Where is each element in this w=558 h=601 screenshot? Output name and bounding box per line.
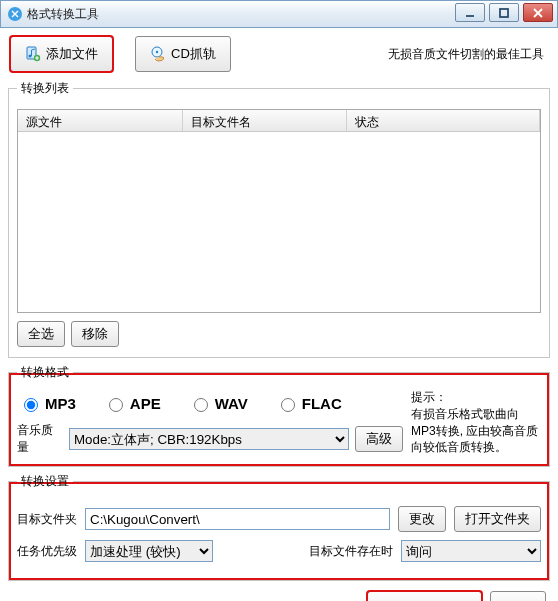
radio-ape[interactable]: APE (104, 395, 161, 412)
open-folder-button[interactable]: 打开文件夹 (454, 506, 541, 532)
cd-rip-button[interactable]: CD抓轨 (135, 36, 231, 72)
col-target[interactable]: 目标文件名 (183, 110, 347, 131)
list-header: 源文件 目标文件名 状态 (18, 110, 540, 132)
radio-wav[interactable]: WAV (189, 395, 248, 412)
slogan-text: 无损音质文件切割的最佳工具 (388, 46, 544, 63)
format-hint: 提示： 有损音乐格式歌曲向MP3转换, 应由较高音质向较低音质转换。 (411, 389, 541, 456)
add-file-label: 添加文件 (46, 45, 98, 63)
cd-rip-label: CD抓轨 (171, 45, 216, 63)
priority-label: 任务优先级 (17, 543, 77, 560)
advanced-button[interactable]: 高级 (355, 426, 403, 452)
exit-button[interactable]: 退出 (490, 591, 546, 601)
radio-ape-input[interactable] (109, 398, 123, 412)
radio-flac-input[interactable] (281, 398, 295, 412)
format-legend: 转换格式 (17, 364, 73, 381)
music-plus-icon (25, 46, 41, 62)
remove-button[interactable]: 移除 (71, 321, 119, 347)
priority-select[interactable]: 加速处理 (较快) (85, 540, 213, 562)
hint-title: 提示： (411, 389, 541, 406)
col-source[interactable]: 源文件 (18, 110, 183, 131)
convert-list-group: 转换列表 源文件 目标文件名 状态 全选 移除 (8, 80, 550, 358)
target-folder-input[interactable] (85, 508, 390, 530)
quality-select[interactable]: Mode:立体声; CBR:192Kbps (69, 428, 349, 450)
select-all-button[interactable]: 全选 (17, 321, 65, 347)
convert-button[interactable]: 转换文件 (367, 591, 482, 601)
app-icon (7, 6, 23, 22)
window-buttons (455, 3, 553, 22)
settings-legend: 转换设置 (17, 473, 73, 490)
exists-label: 目标文件存在时 (309, 543, 393, 560)
add-file-button[interactable]: 添加文件 (10, 36, 113, 72)
footer-buttons: 转换文件 退出 (6, 591, 546, 601)
radio-wav-input[interactable] (194, 398, 208, 412)
list-body[interactable] (18, 132, 540, 312)
format-radios: MP3 APE WAV FLAC (17, 389, 403, 422)
titlebar: 格式转换工具 (0, 0, 558, 28)
close-button[interactable] (523, 3, 553, 22)
svg-point-9 (156, 51, 158, 53)
radio-mp3-input[interactable] (24, 398, 38, 412)
target-folder-label: 目标文件夹 (17, 511, 77, 528)
radio-mp3[interactable]: MP3 (19, 395, 76, 412)
cd-hand-icon (150, 46, 166, 62)
format-group: 转换格式 MP3 APE WAV FLAC 音乐质量 Mode:立体声; CBR… (8, 364, 550, 467)
file-list[interactable]: 源文件 目标文件名 状态 (17, 109, 541, 313)
hint-body: 有损音乐格式歌曲向MP3转换, 应由较高音质向较低音质转换。 (411, 406, 541, 456)
top-toolbar: 添加文件 CD抓轨 无损音质文件切割的最佳工具 (10, 36, 552, 72)
quality-label: 音乐质量 (17, 422, 63, 456)
exists-select[interactable]: 询问 (401, 540, 541, 562)
minimize-button[interactable] (455, 3, 485, 22)
window-title: 格式转换工具 (27, 6, 99, 23)
convert-list-legend: 转换列表 (17, 80, 73, 97)
change-folder-button[interactable]: 更改 (398, 506, 446, 532)
col-status[interactable]: 状态 (347, 110, 540, 131)
radio-flac[interactable]: FLAC (276, 395, 342, 412)
content: 添加文件 CD抓轨 无损音质文件切割的最佳工具 转换列表 源文件 目标文件名 状… (0, 28, 558, 601)
maximize-button[interactable] (489, 3, 519, 22)
svg-rect-2 (500, 9, 508, 17)
settings-group: 转换设置 目标文件夹 更改 打开文件夹 任务优先级 加速处理 (较快) 目标文件… (8, 473, 550, 581)
